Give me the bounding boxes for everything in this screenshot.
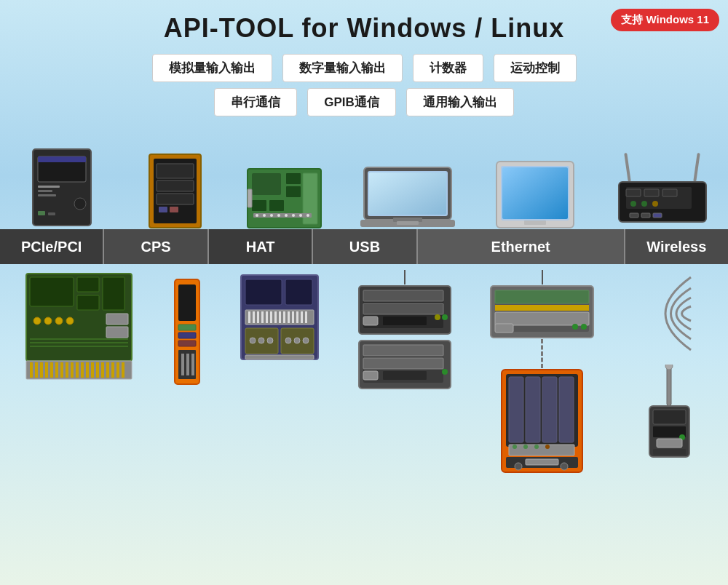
pcie-card-icon — [23, 270, 135, 383]
svg-point-157 — [513, 445, 517, 449]
svg-rect-38 — [397, 221, 419, 225]
svg-rect-81 — [81, 362, 84, 378]
ethernet-daq-col — [489, 270, 595, 474]
svg-point-165 — [665, 365, 673, 370]
svg-rect-12 — [157, 180, 194, 191]
svg-rect-79 — [71, 362, 74, 378]
svg-point-162 — [515, 463, 522, 470]
svg-rect-59 — [77, 295, 99, 310]
usb-daq-icon — [357, 284, 452, 335]
svg-point-63 — [55, 317, 63, 325]
feature-tags-row2: 串行通信 GPIB通信 通用输入输出 — [0, 88, 728, 116]
svg-point-122 — [285, 338, 291, 343]
category-hat: HAT — [209, 229, 313, 264]
svg-rect-103 — [248, 311, 250, 323]
tag-counter: 计数器 — [413, 54, 483, 82]
pcie-card-col — [23, 270, 135, 383]
svg-point-25 — [263, 214, 266, 217]
svg-rect-91 — [178, 284, 196, 321]
svg-rect-5 — [38, 194, 56, 196]
svg-point-50 — [630, 201, 636, 207]
tag-gpib: GPIB通信 — [307, 88, 396, 116]
svg-point-131 — [435, 314, 440, 320]
svg-rect-167 — [653, 410, 686, 424]
tag-analog: 模拟量输入输出 — [152, 54, 272, 82]
svg-rect-55 — [653, 213, 662, 218]
category-wireless: Wireless — [625, 229, 728, 264]
svg-rect-23 — [253, 213, 312, 218]
svg-rect-35 — [369, 172, 446, 215]
svg-rect-129 — [363, 303, 443, 314]
svg-rect-137 — [363, 358, 443, 369]
svg-rect-41 — [502, 167, 568, 219]
usb-daq2-icon — [357, 339, 452, 390]
svg-point-28 — [285, 214, 288, 217]
hat-module-icon — [240, 274, 320, 361]
svg-rect-145 — [495, 312, 589, 325]
tag-serial: 串行通信 — [214, 88, 297, 116]
svg-point-62 — [44, 317, 52, 325]
svg-rect-107 — [266, 311, 268, 323]
svg-point-120 — [258, 338, 264, 343]
svg-rect-21 — [269, 200, 284, 211]
svg-rect-116 — [305, 311, 307, 323]
main-container: 支持 Windows 11 API-TOOL for Windows / Lin… — [0, 0, 728, 585]
category-usb: USB — [313, 229, 417, 264]
svg-point-64 — [66, 317, 74, 325]
svg-rect-66 — [106, 327, 128, 338]
svg-rect-111 — [283, 311, 285, 323]
svg-point-31 — [306, 214, 309, 217]
svg-rect-2 — [38, 156, 86, 162]
panel-pc-col — [488, 160, 582, 229]
svg-rect-108 — [270, 311, 272, 323]
svg-rect-74 — [45, 362, 48, 378]
svg-rect-100 — [245, 279, 282, 305]
badge-text: 支持 Windows 11 — [621, 13, 709, 25]
svg-rect-155 — [509, 445, 574, 455]
panel-pc-icon — [495, 160, 575, 229]
svg-rect-4 — [38, 190, 52, 192]
tower-pc-col — [15, 146, 109, 229]
svg-point-61 — [33, 317, 41, 325]
category-ethernet: Ethernet — [418, 229, 625, 264]
svg-point-123 — [294, 338, 300, 343]
svg-point-27 — [277, 214, 280, 217]
svg-rect-114 — [296, 311, 298, 323]
svg-rect-44 — [693, 153, 700, 182]
svg-rect-73 — [40, 362, 43, 378]
svg-rect-57 — [30, 277, 74, 306]
svg-point-30 — [299, 214, 302, 217]
router-icon — [615, 149, 710, 229]
svg-point-124 — [303, 338, 309, 343]
svg-rect-101 — [285, 279, 312, 305]
wifi-arcs-container — [633, 270, 705, 365]
svg-rect-32 — [248, 189, 252, 207]
svg-rect-48 — [644, 189, 659, 196]
svg-rect-97 — [186, 354, 189, 375]
svg-rect-76 — [55, 362, 58, 378]
svg-point-119 — [250, 338, 256, 343]
svg-point-163 — [561, 463, 568, 470]
laptop-icon — [360, 164, 455, 229]
svg-rect-170 — [657, 439, 682, 447]
svg-rect-83 — [91, 362, 94, 378]
cps-stick-icon — [173, 277, 202, 386]
svg-rect-171 — [653, 449, 686, 455]
eth-dashed-line — [541, 339, 543, 368]
svg-rect-85 — [101, 362, 104, 378]
tower-pc-icon — [29, 146, 95, 229]
svg-point-158 — [523, 445, 528, 449]
top-devices-area — [0, 116, 728, 229]
tag-motion: 运动控制 — [494, 54, 577, 82]
svg-rect-11 — [157, 164, 194, 178]
svg-rect-54 — [641, 213, 650, 218]
svg-rect-98 — [191, 354, 194, 375]
svg-point-6 — [74, 198, 86, 210]
svg-rect-136 — [363, 345, 443, 356]
svg-rect-164 — [667, 366, 671, 406]
svg-rect-78 — [66, 362, 68, 378]
svg-rect-75 — [50, 362, 53, 378]
svg-point-138 — [442, 369, 448, 375]
svg-point-52 — [652, 201, 658, 207]
svg-rect-115 — [301, 311, 303, 323]
